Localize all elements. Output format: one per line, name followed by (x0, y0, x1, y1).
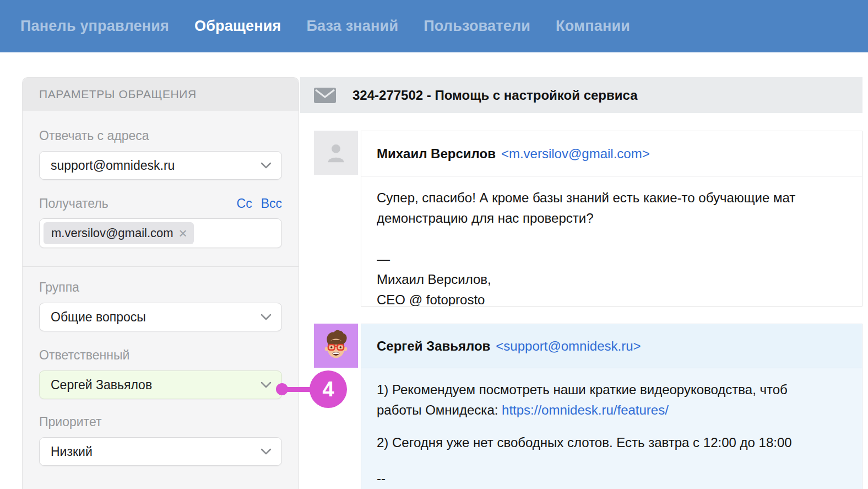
sidebar-divider (23, 266, 299, 267)
message-header: Сергей Завьялов <support@omnidesk.ru> (361, 324, 862, 368)
chevron-down-icon (261, 381, 272, 388)
message-header: Михаил Версилов <m.versilov@gmail.com> (361, 131, 862, 176)
message-customer: Михаил Версилов <m.versilov@gmail.com> С… (361, 131, 862, 307)
priority-select[interactable]: Низкий (39, 437, 282, 466)
customer-avatar (314, 131, 358, 175)
panel-title: ПАРАМЕТРЫ ОБРАЩЕНИЯ (23, 78, 299, 111)
signature-line: Михаил Версилов, (377, 269, 847, 289)
nav-tab-cases[interactable]: Обращения (194, 18, 281, 35)
annotation-step-number: 4 (322, 378, 334, 401)
author-name: Михаил Версилов (377, 146, 496, 162)
message-body: Супер, спасибо! А кроме базы знаний есть… (361, 176, 862, 307)
case-parameters-panel: ПАРАМЕТРЫ ОБРАЩЕНИЯ Отвечать с адреса su… (22, 77, 299, 489)
cc-link[interactable]: Cc (237, 196, 252, 211)
assignee-value: Сергей Завьялов (51, 378, 152, 393)
remove-recipient-icon[interactable]: × (179, 226, 187, 240)
group-label: Группа (39, 280, 282, 295)
assignee-select[interactable]: Сергей Завьялов (39, 370, 282, 399)
reply-from-label: Отвечать с адреса (39, 128, 282, 143)
body-line: Супер, спасибо! А кроме базы знаний есть… (377, 187, 847, 208)
body-text: работы Омнидеска: (377, 402, 502, 417)
author-email[interactable]: <support@omnidesk.ru> (496, 338, 641, 354)
top-navigation: Панель управления Обращения База знаний … (0, 0, 868, 52)
signature-line: -- (377, 468, 847, 488)
bcc-link[interactable]: Bcc (261, 196, 282, 211)
reply-from-value: support@omnidesk.ru (51, 158, 175, 173)
body-line: демонстрацию для нас проверсти? (377, 208, 847, 228)
recipient-input[interactable]: m.versilov@gmail.com × (39, 218, 282, 248)
message-agent: Сергей Завьялов <support@omnidesk.ru> 1)… (361, 324, 862, 489)
ticket-header: 324-277502 - Помощь с настройкой сервиса (300, 77, 862, 113)
body-line: 2) Сегодня уже нет свободных слотов. Ест… (377, 432, 847, 453)
agent-avatar (314, 324, 358, 368)
chevron-down-icon (261, 162, 272, 169)
author-name: Сергей Завьялов (377, 338, 490, 354)
message-body: 1) Рекомендуем посмотреть наши краткие в… (361, 368, 862, 488)
body-line: 1) Рекомендуем посмотреть наши краткие в… (377, 379, 847, 400)
recipient-chip-email: m.versilov@gmail.com (51, 226, 173, 240)
annotation-step-badge: 4 (310, 370, 347, 408)
author-email[interactable]: <m.versilov@gmail.com> (501, 146, 650, 162)
memoji-face-icon (319, 329, 353, 363)
group-select[interactable]: Общие вопросы (39, 303, 282, 331)
ticket-title: 324-277502 - Помощь с настройкой сервиса (352, 88, 637, 103)
body-line: — (377, 249, 847, 269)
envelope-icon (314, 88, 336, 103)
nav-tab-dashboard[interactable]: Панель управления (20, 18, 169, 35)
nav-tab-users[interactable]: Пользователи (424, 18, 530, 35)
recipient-chip: m.versilov@gmail.com × (44, 222, 194, 244)
reply-from-select[interactable]: support@omnidesk.ru (39, 151, 282, 180)
priority-label: Приоритет (39, 415, 282, 429)
chevron-down-icon (261, 314, 272, 320)
nav-tab-knowledge-base[interactable]: База знаний (306, 18, 398, 35)
features-link[interactable]: https://omnidesk.ru/features/ (502, 402, 669, 417)
signature-line: CEO @ fotoprosto (377, 289, 847, 307)
assignee-label: Ответственный (39, 348, 282, 363)
group-value: Общие вопросы (51, 310, 146, 325)
recipient-label: Получатель (39, 196, 109, 211)
body-line: работы Омнидеска: https://omnidesk.ru/fe… (377, 400, 847, 420)
chevron-down-icon (261, 448, 272, 455)
annotation-connector-dot (276, 383, 288, 395)
priority-value: Низкий (51, 444, 93, 459)
person-icon (323, 140, 349, 165)
nav-tab-companies[interactable]: Компании (556, 18, 630, 35)
